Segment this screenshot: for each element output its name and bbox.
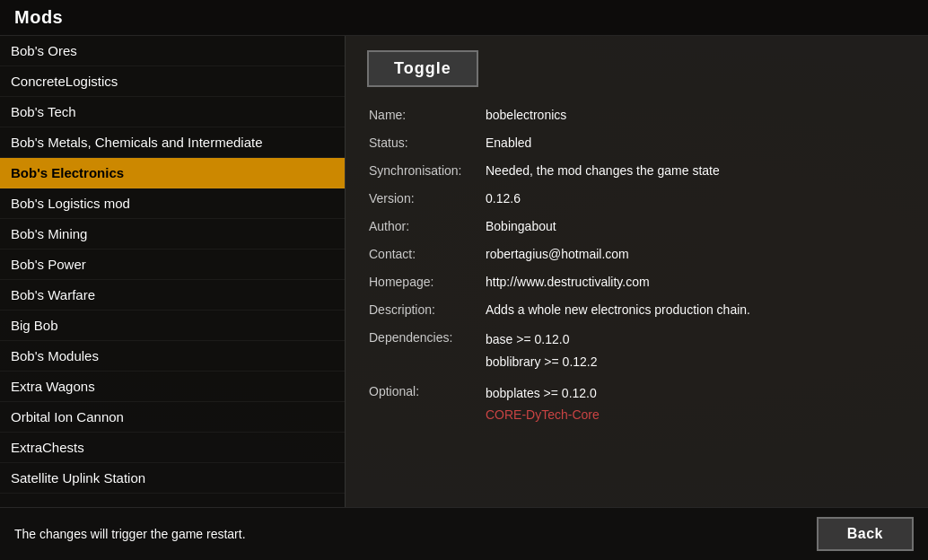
homepage-value: http://www.destructivality.com	[484, 268, 906, 296]
author-value: Bobingabout	[484, 213, 906, 241]
mod-item-bobs-electronics[interactable]: Bob's Electronics	[0, 158, 345, 188]
status-value: Enabled	[484, 129, 906, 157]
name-label: Name:	[367, 101, 484, 129]
mod-item-bobs-ores[interactable]: Bob's Ores	[0, 36, 345, 66]
mod-item-big-bob[interactable]: Big Bob	[0, 311, 345, 341]
mod-item-bobs-metals[interactable]: Bob's Metals, Chemicals and Intermediate	[0, 127, 345, 158]
bottom-bar: The changes will trigger the game restar…	[0, 507, 928, 560]
optional-link[interactable]: CORE-DyTech-Core	[486, 407, 600, 422]
contact-label: Contact:	[367, 241, 484, 268]
mod-item-bobs-logistics[interactable]: Bob's Logistics mod	[0, 188, 345, 219]
mod-item-concrete-logistics[interactable]: ConcreteLogistics	[0, 66, 345, 97]
mod-item-extra-wagons[interactable]: Extra Wagons	[0, 372, 345, 402]
name-row: Name: bobelectronics	[367, 101, 906, 129]
info-table: Name: bobelectronics Status: Enabled Syn…	[367, 101, 906, 429]
sync-value: Needed, the mod changes the game state	[484, 157, 906, 185]
status-label: Status:	[367, 129, 484, 157]
mod-item-bobs-tech[interactable]: Bob's Tech	[0, 97, 345, 127]
dependency-2: boblibrary >= 0.12.2	[486, 351, 905, 373]
author-row: Author: Bobingabout	[367, 213, 906, 241]
mod-item-bobs-warfare[interactable]: Bob's Warfare	[0, 280, 345, 311]
optional-values: bobplates >= 0.12.0 CORE-DyTech-Core	[484, 378, 906, 428]
toggle-button[interactable]: Toggle	[367, 50, 478, 87]
version-label: Version:	[367, 185, 484, 213]
description-row: Description: Adds a whole new electronic…	[367, 296, 906, 324]
mod-item-orbital-ion-cannon[interactable]: Orbital Ion Cannon	[0, 402, 345, 433]
back-button[interactable]: Back	[817, 517, 914, 551]
homepage-row: Homepage: http://www.destructivality.com	[367, 268, 906, 296]
status-message: The changes will trigger the game restar…	[14, 527, 246, 541]
contact-value: robertagius@hotmail.com	[484, 241, 906, 268]
optional-label: Optional:	[367, 378, 484, 428]
status-row: Status: Enabled	[367, 129, 906, 157]
mod-item-bobs-power[interactable]: Bob's Power	[0, 249, 345, 280]
page-title: Mods	[14, 7, 914, 28]
sync-label: Synchronisation:	[367, 157, 484, 185]
dependencies-row: Dependencies: base >= 0.12.0 boblibrary …	[367, 324, 906, 378]
optional-row: Optional: bobplates >= 0.12.0 CORE-DyTec…	[367, 378, 906, 428]
description-label: Description:	[367, 296, 484, 324]
version-value: 0.12.6	[484, 185, 906, 213]
name-value: bobelectronics	[484, 101, 906, 129]
mod-item-extrachests[interactable]: ExtraChests	[0, 433, 345, 463]
sync-row: Synchronisation: Needed, the mod changes…	[367, 157, 906, 185]
dependencies-values: base >= 0.12.0 boblibrary >= 0.12.2	[484, 324, 906, 378]
main-panel: Mods Bob's OresConcreteLogisticsBob's Te…	[0, 0, 928, 560]
description-value: Adds a whole new electronics production …	[484, 296, 906, 324]
author-label: Author:	[367, 213, 484, 241]
content-area: Bob's OresConcreteLogisticsBob's TechBob…	[0, 36, 928, 507]
mod-list[interactable]: Bob's OresConcreteLogisticsBob's TechBob…	[0, 36, 345, 507]
optional-1: bobplates >= 0.12.0	[486, 382, 905, 405]
mod-item-bobs-mining[interactable]: Bob's Mining	[0, 219, 345, 249]
detail-panel: Toggle Name: bobelectronics Status: Enab…	[346, 36, 928, 507]
dependencies-label: Dependencies:	[367, 324, 484, 378]
contact-row: Contact: robertagius@hotmail.com	[367, 241, 906, 268]
version-row: Version: 0.12.6	[367, 185, 906, 213]
mod-list-container: Bob's OresConcreteLogisticsBob's TechBob…	[0, 36, 346, 507]
title-bar: Mods	[0, 0, 928, 36]
mod-item-bobs-modules[interactable]: Bob's Modules	[0, 341, 345, 372]
mod-item-satellite-uplink-station[interactable]: Satellite Uplink Station	[0, 463, 345, 494]
homepage-label: Homepage:	[367, 268, 484, 296]
dependency-1: base >= 0.12.0	[486, 328, 905, 351]
